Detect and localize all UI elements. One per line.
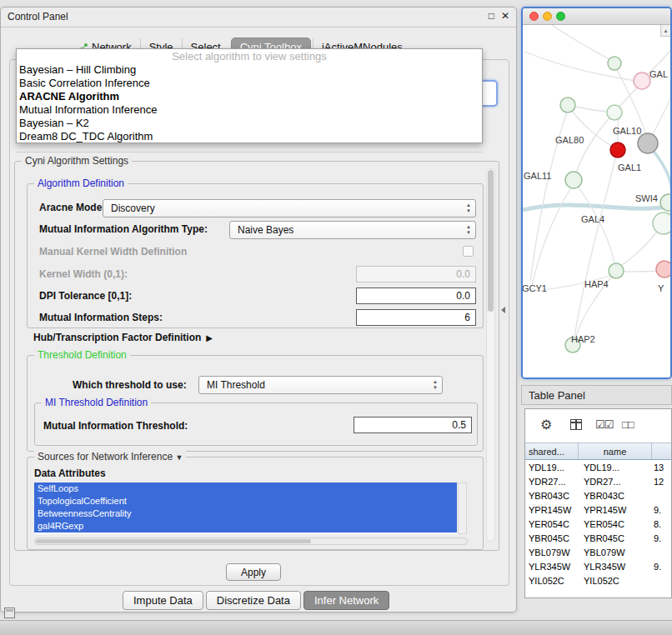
- cyni-bottom-tabs: Impute Data Discretize Data Infer Networ…: [123, 591, 389, 610]
- table-panel-title: Table Panel: [529, 389, 585, 402]
- scrollbar-up-arrow[interactable]: ▲: [660, 25, 670, 37]
- algorithm-option[interactable]: Dream8 DC_TDC Algorithm: [17, 130, 482, 143]
- network-edge: [619, 226, 662, 268]
- table-row[interactable]: YDL19...YDL19...13: [525, 460, 671, 474]
- table-cell: YIL052C: [579, 576, 652, 586]
- close-traffic-light[interactable]: [529, 12, 539, 21]
- column-header[interactable]: shared...: [525, 443, 579, 459]
- scrollbar-thumb[interactable]: [36, 539, 311, 543]
- table-row[interactable]: YLR345WYLR345W9.: [525, 559, 671, 573]
- network-node[interactable]: [565, 172, 582, 188]
- network-node[interactable]: [634, 72, 650, 89]
- table-row[interactable]: YBL079WYBL079W: [525, 545, 671, 559]
- mi-steps-field[interactable]: 6: [356, 309, 476, 326]
- mi-type-value: Naive Bayes: [238, 224, 293, 236]
- attributes-vertical-scrollbar[interactable]: [458, 482, 467, 534]
- tab-impute-data[interactable]: Impute Data: [123, 591, 203, 610]
- attribute-item[interactable]: BetweennessCentrality: [34, 508, 457, 520]
- columns-icon[interactable]: [570, 419, 582, 430]
- panel-splitter-arrow[interactable]: [501, 307, 505, 313]
- apply-button[interactable]: Apply: [226, 563, 281, 581]
- table-cell: YPR145W: [579, 505, 652, 515]
- network-node[interactable]: [607, 105, 622, 120]
- manual-kernel-checkbox[interactable]: [463, 246, 474, 257]
- float-window-icon[interactable]: □: [489, 10, 494, 22]
- window-title: Control Panel: [8, 11, 68, 22]
- network-node[interactable]: [653, 212, 670, 234]
- attributes-horizontal-scrollbar[interactable]: [34, 538, 468, 545]
- minimize-traffic-light[interactable]: [543, 12, 552, 21]
- checked-columns-icon[interactable]: ☑☑: [595, 418, 613, 431]
- table-cell: YBL079W: [579, 548, 652, 558]
- column-header[interactable]: [652, 443, 671, 459]
- node-label: GAL11: [524, 171, 551, 181]
- network-edge: [530, 108, 569, 282]
- aracne-mode-label: Aracne Mode:: [39, 202, 105, 213]
- group-title: Algorithm Definition: [34, 178, 128, 189]
- network-node[interactable]: [610, 142, 625, 158]
- dpi-tolerance-field[interactable]: 0.0: [356, 288, 476, 304]
- scrollbar-thumb[interactable]: [488, 170, 494, 312]
- unchecked-columns-icon[interactable]: □□: [622, 418, 634, 431]
- algorithm-option[interactable]: Basic Correlation Inference: [17, 77, 482, 90]
- network-node[interactable]: [638, 133, 658, 153]
- network-node[interactable]: [608, 57, 621, 70]
- settings-vertical-scrollbar[interactable]: [486, 168, 495, 542]
- algorithm-option[interactable]: Bayesian – Hill Climbing: [17, 63, 482, 77]
- column-header[interactable]: name: [579, 443, 652, 459]
- tab-infer-network[interactable]: Infer Network: [303, 591, 389, 610]
- node-label: HAP4: [584, 279, 609, 289]
- table-row[interactable]: YBR045CYBR045C9.: [525, 531, 671, 545]
- table-cell: YBR045C: [579, 533, 652, 543]
- algorithm-option[interactable]: ARACNE Algorithm: [17, 90, 482, 103]
- dropdown-placeholder: Select algorithm to view settings: [17, 49, 482, 63]
- attribute-item[interactable]: SelfLoops: [34, 482, 457, 495]
- network-node[interactable]: [656, 261, 670, 278]
- table-row[interactable]: YIL052CYIL052C: [525, 573, 671, 588]
- table-panel-header[interactable]: Table Panel: [521, 385, 672, 405]
- table-cell: YER054C: [579, 519, 652, 529]
- network-edge: [524, 52, 640, 82]
- mi-threshold-field[interactable]: 0.5: [354, 417, 472, 433]
- expander-right-icon: ▶: [206, 333, 213, 342]
- node-label: GCY1: [523, 283, 547, 293]
- network-node[interactable]: [609, 263, 624, 278]
- network-window-titlebar[interactable]: [523, 8, 670, 25]
- mi-steps-label: Mutual Information Steps:: [39, 312, 163, 323]
- dpi-tolerance-label: DPI Tolerance [0,1]:: [39, 290, 132, 302]
- kernel-width-field[interactable]: 0.0: [356, 266, 476, 282]
- gear-icon[interactable]: ⚙: [540, 417, 552, 432]
- mi-type-select[interactable]: Naive Bayes: [229, 221, 476, 239]
- network-edge: [552, 25, 613, 62]
- panel-dock-icon[interactable]: [4, 608, 15, 618]
- algorithm-option[interactable]: Bayesian – K2: [17, 117, 482, 130]
- which-threshold-select[interactable]: MI Threshold: [198, 376, 443, 394]
- node-label: HAP2: [571, 334, 595, 344]
- table-row[interactable]: YBR043CYBR043C: [525, 488, 671, 502]
- network-node[interactable]: [560, 98, 575, 112]
- table-cell: YDL19...: [579, 462, 652, 472]
- node-label: SWI4: [635, 193, 658, 203]
- zoom-traffic-light[interactable]: [556, 12, 565, 21]
- cyni-algorithm-settings-group: Cyni Algorithm Settings Algorithm Defini…: [14, 161, 499, 551]
- control-panel-titlebar[interactable]: Control Panel □ ✕: [1, 8, 516, 28]
- table-row[interactable]: YDR27...YDR27...12: [525, 474, 671, 488]
- sources-collapse-header[interactable]: Sources for Network Inference ▼: [34, 451, 186, 462]
- close-window-icon[interactable]: ✕: [501, 10, 509, 22]
- data-attributes-list[interactable]: SelfLoopsTopologicalCoefficientBetweenne…: [34, 482, 457, 534]
- node-label: GAL80: [555, 135, 584, 145]
- attribute-item[interactable]: gal4RGexp: [34, 520, 457, 532]
- hub-definition-expander[interactable]: Hub/Transcription Factor Definition ▶: [33, 332, 213, 343]
- network-canvas[interactable]: GALGAL80GAL10GAL11GAL1SWI4GAL4GCY1HAP4YH…: [523, 25, 670, 378]
- table-row[interactable]: YER054CYER054C8.: [525, 517, 671, 531]
- aracne-mode-select[interactable]: Discovery: [103, 199, 476, 218]
- algorithm-option[interactable]: Mutual Information Inference: [17, 103, 482, 117]
- sources-group: Sources for Network Inference ▼ Data Att…: [27, 457, 484, 550]
- table-row[interactable]: YPR145WYPR145W9.: [525, 502, 671, 517]
- table-cell: YLR345W: [579, 562, 652, 572]
- collapse-down-icon: ▼: [175, 453, 183, 462]
- table-body: YDL19...YDL19...13YDR27...YDR27...12YBR0…: [525, 460, 671, 588]
- tab-discretize-data[interactable]: Discretize Data: [206, 591, 301, 610]
- control-panel-window: Control Panel □ ✕ Network Style Select C…: [0, 7, 517, 612]
- attribute-item[interactable]: TopologicalCoefficient: [34, 495, 457, 508]
